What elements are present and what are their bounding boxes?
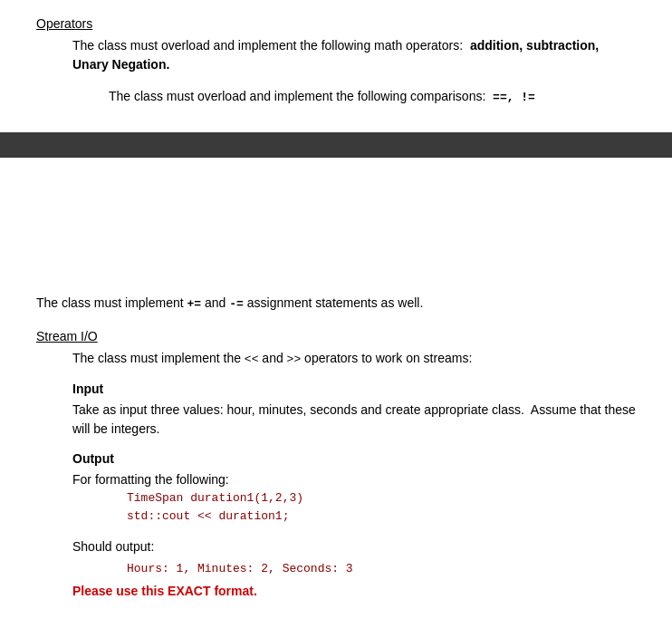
input-heading: Input: [72, 380, 636, 399]
comparisons-body: The class must overload and implement th…: [109, 87, 636, 107]
stream-intro: The class must implement the << and >> o…: [72, 349, 636, 369]
output-result: Hours: 1, Minutes: 2, Seconds: 3: [127, 560, 636, 578]
assignment-line: The class must implement += and -= assig…: [36, 294, 636, 314]
operators-body: The class must overload and implement th…: [72, 36, 636, 74]
plus-equals: +=: [187, 297, 202, 311]
top-section: Operators The class must overload and im…: [0, 0, 672, 132]
operators-heading: Operators: [36, 16, 636, 31]
minus-equals: -=: [229, 297, 244, 311]
spacer: [36, 185, 636, 294]
right-shift: >>: [287, 353, 302, 366]
comparisons-code: ==, !=: [493, 91, 535, 104]
operators-text: The class must overload and implement th…: [72, 38, 470, 53]
output-heading: Output: [72, 450, 636, 469]
code-line1: TimeSpan duration1(1,2,3): [127, 489, 636, 508]
should-output-label: Should output:: [72, 537, 636, 556]
exact-format-notice: Please use this EXACT format.: [72, 582, 636, 601]
stream-io-heading: Stream I/O: [36, 329, 636, 343]
bottom-section: The class must implement += and -= assig…: [0, 158, 672, 632]
comparisons-text: The class must overload and implement th…: [109, 89, 493, 103]
output-body: For formatting the following:: [72, 470, 636, 489]
dark-divider: [0, 132, 672, 158]
output-section: For formatting the following: TimeSpan d…: [72, 470, 636, 527]
input-body: Take as input three values: hour, minute…: [72, 401, 636, 439]
code-block: TimeSpan duration1(1,2,3) std::cout << d…: [127, 489, 636, 527]
left-shift: <<: [245, 353, 259, 366]
stream-body: The class must implement the << and >> o…: [72, 349, 636, 601]
code-line2: std::cout << duration1;: [127, 508, 636, 527]
